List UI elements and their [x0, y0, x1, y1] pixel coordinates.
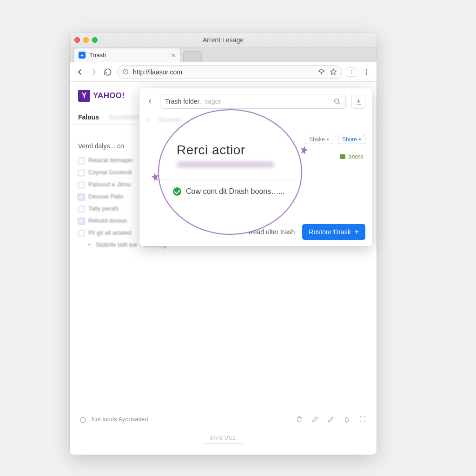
edit-icon[interactable]: [311, 416, 319, 423]
page-footer: Not loods Ayorisatied AlV6 USE: [70, 411, 377, 445]
svg-point-4: [366, 69, 367, 71]
yahoo-logo[interactable]: Y YAHOO!: [78, 90, 125, 102]
tab-favicon-icon: +: [79, 52, 86, 59]
browser-tab[interactable]: + Trıash ×: [73, 48, 180, 62]
svg-point-6: [366, 73, 367, 75]
nav-back-button[interactable]: [75, 67, 85, 77]
chip-share[interactable]: Shore▾: [338, 135, 365, 144]
check-icon: [173, 187, 181, 196]
yahoo-logo-icon: Y: [78, 90, 90, 102]
nav-forward-button[interactable]: [89, 67, 99, 77]
minimize-window-button[interactable]: [83, 37, 89, 43]
panel-header: Trash folder, sagor: [139, 88, 372, 114]
trash-icon[interactable]: [296, 416, 303, 423]
new-tab-button[interactable]: [183, 51, 202, 61]
svg-point-1: [351, 70, 352, 71]
close-window-button[interactable]: [74, 37, 80, 43]
badge-icon: [340, 154, 345, 159]
install-icon[interactable]: [318, 68, 325, 76]
footer-tag: AlV6 USE: [204, 435, 243, 444]
panel-back-button[interactable]: [146, 97, 154, 106]
plus-icon: +: [355, 228, 359, 236]
svg-point-3: [351, 73, 352, 74]
download-button[interactable]: [351, 94, 365, 109]
panel-badge: lanoss: [340, 153, 364, 160]
panel-search-input[interactable]: Trash folder, sagor: [160, 94, 346, 109]
yahoo-logo-text: YAHOO!: [93, 91, 125, 100]
window-title: Arrent Lesage: [70, 36, 377, 44]
bookmark-star-icon[interactable]: [330, 68, 337, 76]
lens-confirm-row: Cow cont dit Drash boons…...: [173, 187, 285, 196]
extensions-button[interactable]: [347, 67, 357, 77]
search-prefix: Trash folder,: [165, 98, 201, 105]
panel-chips: Shake▾ Shore▾: [305, 135, 365, 144]
panel-footer: Read ulter trash Restore Ɗrask +: [249, 224, 365, 240]
lens-title: Rerci actior: [177, 143, 245, 158]
magnifier-lens: Rerci actior Cow cont dit Drash boons…..…: [158, 109, 302, 235]
nav-tab-blurred: Sonnement: [108, 113, 142, 121]
site-info-icon[interactable]: [122, 68, 129, 75]
bell-icon[interactable]: [343, 416, 350, 423]
reload-button[interactable]: [103, 67, 112, 77]
address-bar[interactable]: http://ilaasor.com: [117, 65, 342, 79]
search-icon[interactable]: [333, 98, 341, 105]
lens-blur-line: [177, 161, 274, 168]
svg-point-2: [351, 72, 352, 73]
footer-actions: [296, 416, 366, 423]
search-ghost: sagor: [205, 98, 221, 105]
tab-close-icon[interactable]: ×: [172, 52, 175, 59]
expand-icon[interactable]: [359, 416, 366, 423]
nav-tab-active[interactable]: Falous: [78, 113, 99, 121]
status-circle-icon: [80, 417, 86, 423]
tab-title: Trıash: [89, 52, 106, 59]
url-text: http://ilaasor.com: [133, 68, 314, 76]
toolbar: http://ilaasor.com: [70, 62, 377, 82]
annotation-star-right-icon: [298, 144, 310, 156]
restore-button[interactable]: Restore Ɗrask +: [302, 224, 365, 240]
svg-point-7: [335, 99, 339, 103]
lens-divider: [159, 179, 301, 179]
annotation-star-left-icon: [149, 171, 161, 183]
svg-point-5: [366, 71, 367, 73]
titlebar: Arrent Lesage: [70, 33, 377, 47]
zoom-window-button[interactable]: [92, 37, 98, 43]
chip-shake[interactable]: Shake▾: [305, 135, 333, 144]
tabstrip: + Trıash ×: [70, 47, 377, 62]
traffic-lights: [74, 37, 98, 43]
footer-status: Not loods Ayorisatied: [80, 416, 148, 423]
browser-menu-button[interactable]: [362, 67, 371, 77]
pen-icon[interactable]: [327, 416, 335, 423]
